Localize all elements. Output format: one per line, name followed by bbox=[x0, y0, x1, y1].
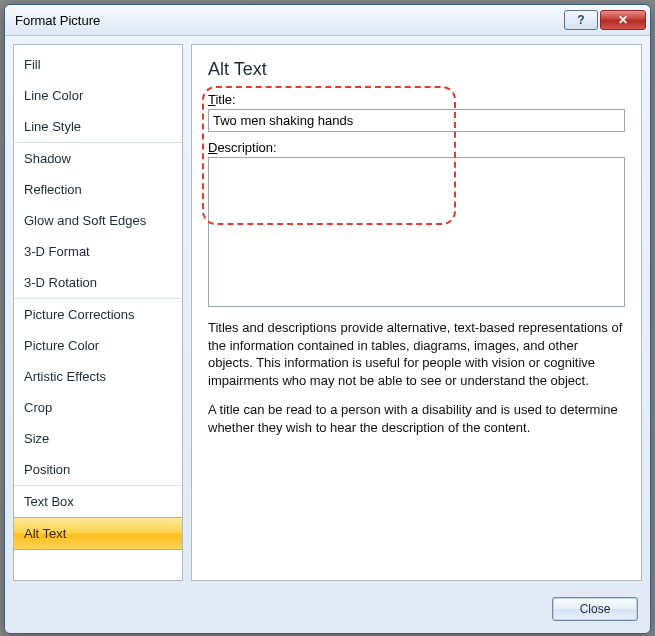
sidebar-item-reflection[interactable]: Reflection bbox=[14, 174, 182, 205]
sidebar-item-glow-and-soft-edges[interactable]: Glow and Soft Edges bbox=[14, 205, 182, 236]
sidebar-item-line-style[interactable]: Line Style bbox=[14, 111, 182, 142]
sidebar-item-shadow[interactable]: Shadow bbox=[14, 142, 182, 174]
sidebar-item-crop[interactable]: Crop bbox=[14, 392, 182, 423]
description-input[interactable] bbox=[208, 157, 625, 307]
description-label: Description: bbox=[208, 140, 625, 155]
panel-help-text: Titles and descriptions provide alternat… bbox=[208, 319, 625, 448]
sidebar-item-text-box[interactable]: Text Box bbox=[14, 485, 182, 517]
titlebar: Format Picture ? ✕ bbox=[5, 5, 650, 36]
help-paragraph-1: Titles and descriptions provide alternat… bbox=[208, 319, 625, 389]
sidebar-item-line-color[interactable]: Line Color bbox=[14, 80, 182, 111]
sidebar-item-fill[interactable]: Fill bbox=[14, 49, 182, 80]
format-picture-dialog: Format Picture ? ✕ FillLine ColorLine St… bbox=[4, 4, 651, 634]
category-sidebar: FillLine ColorLine StyleShadowReflection… bbox=[13, 44, 183, 581]
sidebar-item-position[interactable]: Position bbox=[14, 454, 182, 485]
sidebar-item-artistic-effects[interactable]: Artistic Effects bbox=[14, 361, 182, 392]
window-close-button[interactable]: ✕ bbox=[600, 10, 646, 30]
sidebar-item-size[interactable]: Size bbox=[14, 423, 182, 454]
sidebar-item-alt-text[interactable]: Alt Text bbox=[14, 517, 182, 550]
alt-text-panel: Alt Text Title: Description: Titles and … bbox=[191, 44, 642, 581]
close-button[interactable]: Close bbox=[552, 597, 638, 621]
title-label: Title: bbox=[208, 92, 625, 107]
help-paragraph-2: A title can be read to a person with a d… bbox=[208, 401, 625, 436]
dialog-body: FillLine ColorLine StyleShadowReflection… bbox=[5, 36, 650, 589]
sidebar-item-picture-corrections[interactable]: Picture Corrections bbox=[14, 298, 182, 330]
window-title: Format Picture bbox=[15, 13, 562, 28]
sidebar-item-3-d-format[interactable]: 3-D Format bbox=[14, 236, 182, 267]
sidebar-item-picture-color[interactable]: Picture Color bbox=[14, 330, 182, 361]
panel-heading: Alt Text bbox=[208, 59, 625, 80]
help-button[interactable]: ? bbox=[564, 10, 598, 30]
sidebar-item-3-d-rotation[interactable]: 3-D Rotation bbox=[14, 267, 182, 298]
dialog-footer: Close bbox=[5, 589, 650, 633]
title-input[interactable] bbox=[208, 109, 625, 132]
alt-text-fields: Title: Description: bbox=[208, 92, 625, 307]
